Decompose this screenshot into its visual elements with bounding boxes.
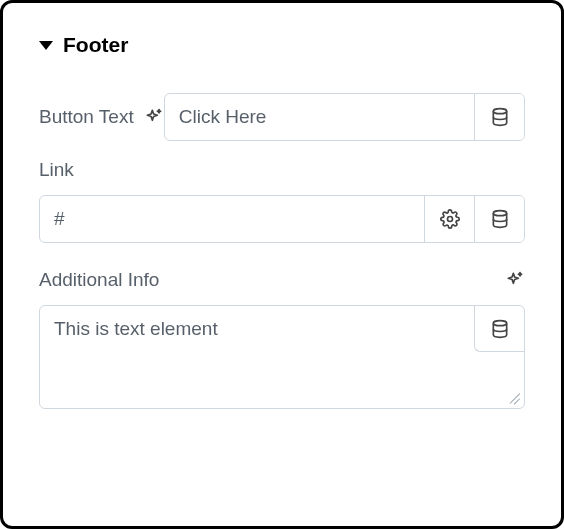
- database-icon: [490, 209, 510, 229]
- button-text-input-group: [164, 93, 525, 141]
- link-input[interactable]: [40, 196, 424, 242]
- button-text-label-group: Button Text: [39, 106, 164, 128]
- link-label-area: Link: [39, 159, 525, 181]
- button-text-input[interactable]: [165, 94, 474, 140]
- svg-point-3: [493, 320, 506, 325]
- additional-info-block: Additional Info: [39, 269, 525, 409]
- link-field-block: Link: [39, 159, 525, 243]
- link-settings-button[interactable]: [424, 196, 474, 242]
- svg-point-1: [447, 217, 452, 222]
- caret-down-icon: [39, 41, 53, 50]
- footer-section-panel: Footer Button Text: [0, 0, 564, 529]
- dynamic-data-button[interactable]: [474, 306, 524, 352]
- svg-point-2: [493, 211, 506, 216]
- additional-info-textarea-group: [39, 305, 525, 409]
- database-icon: [490, 319, 510, 339]
- link-input-group: [39, 195, 525, 243]
- button-text-row: Button Text: [39, 93, 525, 141]
- sparkle-icon[interactable]: [144, 107, 164, 127]
- additional-info-label: Additional Info: [39, 269, 159, 291]
- svg-point-0: [493, 109, 506, 114]
- section-header[interactable]: Footer: [39, 33, 525, 57]
- gear-icon: [440, 209, 460, 229]
- dynamic-data-button[interactable]: [474, 196, 524, 242]
- button-text-label: Button Text: [39, 106, 134, 128]
- dynamic-data-button[interactable]: [474, 94, 524, 140]
- additional-info-textarea[interactable]: [40, 306, 524, 404]
- database-icon: [490, 107, 510, 127]
- link-label: Link: [39, 159, 74, 181]
- section-title: Footer: [63, 33, 128, 57]
- additional-info-label-area: Additional Info: [39, 269, 525, 291]
- sparkle-icon[interactable]: [505, 270, 525, 290]
